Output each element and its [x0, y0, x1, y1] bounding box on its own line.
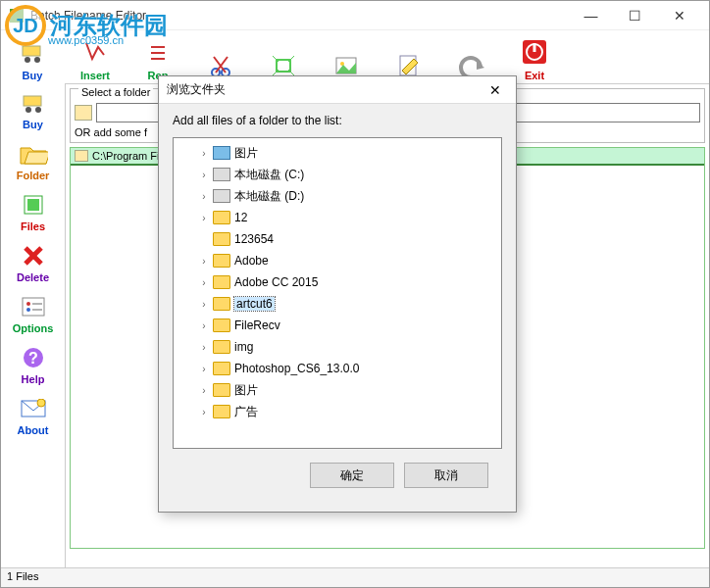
sidebar-help[interactable]: ? Help — [1, 338, 65, 389]
tree-item-label: 12 — [234, 211, 247, 224]
chevron-right-icon[interactable]: › — [197, 299, 211, 310]
chevron-right-icon[interactable]: › — [197, 385, 211, 396]
folder-icon — [213, 383, 230, 397]
folder-icon — [75, 150, 88, 162]
status-text: 1 Files — [7, 570, 38, 582]
chevron-right-icon[interactable]: › — [197, 191, 211, 202]
folder-icon — [213, 211, 230, 224]
svg-point-19 — [35, 107, 41, 113]
dialog-title: 浏览文件夹 — [167, 81, 482, 98]
replace-icon — [127, 36, 189, 68]
sidebar-about[interactable]: About — [1, 389, 65, 440]
tree-item[interactable]: ›12 — [174, 207, 501, 228]
tree-item-label: Adobe — [234, 254, 269, 268]
tree-item-label: 本地磁盘 (C:) — [234, 167, 304, 183]
svg-rect-1 — [23, 46, 40, 56]
chevron-right-icon[interactable]: › — [197, 364, 211, 374]
tree-item[interactable]: ›Adobe — [174, 250, 501, 271]
svg-point-25 — [26, 302, 30, 306]
tree-item-label: Adobe CC 2015 — [234, 275, 318, 289]
folder-icon — [213, 362, 230, 375]
power-icon — [503, 36, 566, 68]
tree-item[interactable]: ›本地磁盘 (D:) — [174, 185, 501, 207]
window-minimize-button[interactable]: — — [569, 1, 613, 30]
sidebar-buy[interactable]: Buy — [1, 83, 65, 134]
chevron-right-icon[interactable]: › — [197, 148, 211, 159]
sidebar-folder[interactable]: Folder — [1, 134, 65, 185]
tree-item[interactable]: ›图片 — [174, 142, 501, 164]
chevron-right-icon[interactable]: › — [197, 170, 211, 180]
tree-item[interactable]: ›Photoshop_CS6_13.0.0 — [174, 358, 501, 379]
folder-icon — [213, 275, 230, 289]
chevron-right-icon[interactable]: › — [197, 277, 211, 288]
svg-point-32 — [37, 399, 45, 407]
tree-item-label: img — [234, 340, 253, 354]
tree-item-label: 广告 — [234, 404, 258, 420]
group-title: Select a folder — [78, 86, 153, 98]
browse-folder-dialog: 浏览文件夹 ✕ Add all files of a folder to the… — [158, 75, 517, 513]
files-icon — [1, 191, 65, 219]
folder-tree[interactable]: ›图片›本地磁盘 (C:)›本地磁盘 (D:)›12123654›Adobe›A… — [173, 137, 502, 449]
tree-item-label: artcut6 — [234, 297, 275, 311]
window-close-button[interactable]: ✕ — [657, 1, 701, 30]
dialog-ok-button[interactable]: 确定 — [310, 463, 394, 488]
sidebar: Buy Folder Files Delete Options ? Help A… — [1, 83, 66, 567]
svg-text:?: ? — [28, 350, 38, 367]
mail-icon — [1, 395, 65, 422]
toolbar-buy[interactable]: Buy — [1, 36, 64, 83]
svg-rect-24 — [23, 298, 44, 316]
dialog-cancel-button[interactable]: 取消 — [404, 463, 488, 488]
pictures-icon — [213, 146, 230, 160]
sidebar-files[interactable]: Files — [1, 185, 65, 236]
tree-item[interactable]: ›img — [174, 336, 501, 358]
tree-item-label: 图片 — [234, 145, 258, 162]
tree-item[interactable]: ›图片 — [174, 379, 501, 401]
options-icon — [1, 293, 65, 320]
tree-item-label: 123654 — [234, 232, 274, 246]
tree-item[interactable]: ›artcut6 — [174, 293, 501, 315]
folder-icon — [213, 318, 230, 332]
cart-icon — [1, 89, 65, 117]
folder-icon — [213, 340, 230, 354]
tree-item[interactable]: 123654 — [174, 228, 501, 250]
tree-item-label: Photoshop_CS6_13.0.0 — [234, 362, 359, 375]
tree-item[interactable]: ›广告 — [174, 401, 501, 422]
window-maximize-button[interactable]: ☐ — [613, 1, 657, 30]
insert-icon — [64, 36, 127, 68]
delete-icon — [1, 242, 65, 270]
help-icon: ? — [1, 344, 65, 371]
svg-point-18 — [25, 107, 31, 113]
chevron-right-icon[interactable]: › — [197, 256, 211, 267]
svg-point-2 — [25, 57, 30, 63]
chevron-right-icon[interactable]: › — [197, 320, 211, 331]
drive-icon — [213, 189, 230, 203]
folder-open-icon — [1, 140, 65, 168]
sidebar-options[interactable]: Options — [1, 287, 65, 338]
app-icon — [9, 8, 25, 24]
status-bar: 1 Files — [1, 567, 709, 587]
tree-item-label: 图片 — [234, 382, 258, 399]
tree-item[interactable]: ›FileRecv — [174, 315, 501, 336]
dialog-close-button[interactable]: ✕ — [482, 82, 508, 98]
dialog-message: Add all files of a folder to the list: — [173, 114, 502, 127]
toolbar-insert[interactable]: Insert — [64, 36, 127, 83]
file-path: C:\Program File — [92, 150, 168, 162]
svg-point-3 — [34, 57, 40, 63]
svg-rect-0 — [10, 9, 24, 23]
window-titlebar: Batch Filename Editor — ☐ ✕ — [1, 1, 709, 30]
chevron-right-icon[interactable]: › — [197, 213, 211, 223]
svg-rect-17 — [24, 96, 41, 106]
sidebar-delete[interactable]: Delete — [1, 236, 65, 287]
chevron-right-icon[interactable]: › — [197, 342, 211, 353]
tree-item[interactable]: ›本地磁盘 (C:) — [174, 164, 501, 185]
folder-icon[interactable] — [75, 105, 92, 121]
dialog-titlebar: 浏览文件夹 ✕ — [159, 76, 516, 104]
drive-icon — [213, 168, 230, 181]
cart-icon — [1, 36, 64, 68]
chevron-right-icon[interactable]: › — [197, 407, 211, 417]
tree-item-label: 本地磁盘 (D:) — [234, 188, 304, 205]
svg-rect-21 — [27, 199, 39, 211]
svg-point-26 — [26, 308, 30, 312]
tree-item[interactable]: ›Adobe CC 2015 — [174, 271, 501, 293]
folder-icon — [213, 297, 230, 311]
